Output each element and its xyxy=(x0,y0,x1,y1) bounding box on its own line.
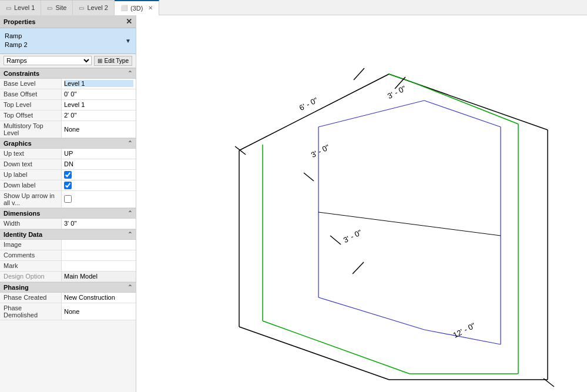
property-label: Show Up arrow in all v... xyxy=(0,191,62,207)
table-row: Image xyxy=(0,240,136,250)
svg-line-10 xyxy=(389,74,410,81)
property-label: Top Offset xyxy=(0,110,62,120)
property-label: Image xyxy=(0,240,62,250)
svg-line-30 xyxy=(239,74,389,150)
svg-text:6' - 0": 6' - 0" xyxy=(298,96,320,113)
svg-line-12 xyxy=(318,100,424,127)
property-label: Up label xyxy=(0,170,62,180)
table-row: Phase DemolishedNone xyxy=(0,303,136,320)
table-row: Base Offset0' 0" xyxy=(0,89,136,100)
table-row: Comments xyxy=(0,250,136,261)
section-header-dimensions[interactable]: Dimensions⌃ xyxy=(0,208,136,219)
svg-line-31 xyxy=(318,212,501,236)
collapse-icon[interactable]: ⌃ xyxy=(128,70,132,76)
canvas-viewport[interactable]: 6' - 0" 3' - 0" 3' - 0" 3' - 0" 12' - 0" xyxy=(136,15,587,392)
property-value xyxy=(62,250,136,260)
property-value xyxy=(62,261,136,271)
property-label: Top Level xyxy=(0,100,62,110)
property-value[interactable] xyxy=(62,170,136,180)
panel-title: Properties xyxy=(4,18,35,25)
tab-close-button[interactable]: ✕ xyxy=(148,5,153,11)
collapse-icon[interactable]: ⌃ xyxy=(128,140,132,146)
floor-plan-icon-level2: ▭ xyxy=(79,5,84,11)
property-label: Base Offset xyxy=(0,89,62,99)
property-value: 0' 0" xyxy=(62,89,136,99)
svg-line-21 xyxy=(304,173,314,181)
type-name: Ramp Ramp 2 xyxy=(5,32,28,50)
table-row: Show Up arrow in all v... xyxy=(0,191,136,208)
property-label: Down label xyxy=(0,180,62,190)
table-row: Down label xyxy=(0,180,136,191)
property-value: Level 1 xyxy=(62,100,136,110)
edit-type-button[interactable]: ⊞ Edit Type xyxy=(94,56,132,66)
table-row: Multistory Top LevelNone xyxy=(0,121,136,138)
table-row: Up textUP xyxy=(0,149,136,159)
property-label: Down text xyxy=(0,159,62,169)
property-label: Width xyxy=(0,219,62,229)
tab-level1[interactable]: ▭ Level 1 xyxy=(0,0,41,15)
property-checkbox[interactable] xyxy=(64,182,72,189)
tab-level2[interactable]: ▭ Level 2 xyxy=(73,0,114,15)
property-label: Up text xyxy=(0,149,62,159)
svg-line-4 xyxy=(239,327,389,380)
section-header-phasing[interactable]: Phasing⌃ xyxy=(0,282,136,293)
property-value[interactable] xyxy=(62,79,136,89)
type-dropdown-arrow[interactable]: ▼ xyxy=(125,38,131,44)
svg-line-13 xyxy=(424,100,501,127)
property-label: Phase Created xyxy=(0,293,62,303)
property-checkbox[interactable] xyxy=(64,195,72,203)
svg-line-18 xyxy=(354,68,364,80)
tab-bar: ▭ Level 1 ▭ Site ▭ Level 2 ⬜ (3D) ✕ xyxy=(0,0,587,15)
table-row: Top LevelLevel 1 xyxy=(0,100,136,110)
property-value: 2' 0" xyxy=(62,110,136,120)
table-row: Design OptionMain Model xyxy=(0,272,136,282)
tab-3d[interactable]: ⬜ (3D) ✕ xyxy=(115,0,159,15)
property-input[interactable] xyxy=(64,80,133,87)
table-row: Base Level xyxy=(0,79,136,89)
property-value: 3' 0" xyxy=(62,219,136,229)
property-value[interactable] xyxy=(62,191,136,207)
svg-line-16 xyxy=(318,297,424,330)
collapse-icon[interactable]: ⌃ xyxy=(128,231,132,237)
svg-line-23 xyxy=(353,262,364,274)
property-value: UP xyxy=(62,149,136,159)
svg-line-24 xyxy=(544,378,554,387)
table-row: Top Offset2' 0" xyxy=(0,110,136,121)
table-row: Phase CreatedNew Construction xyxy=(0,293,136,303)
property-label: Design Option xyxy=(0,272,62,282)
3d-view-svg: 6' - 0" 3' - 0" 3' - 0" 3' - 0" 12' - 0" xyxy=(136,15,587,392)
property-label: Phase Demolished xyxy=(0,303,62,320)
collapse-icon[interactable]: ⌃ xyxy=(128,210,132,216)
table-row: Up label xyxy=(0,170,136,180)
type-selector[interactable]: Ramp Ramp 2 ▼ xyxy=(0,28,136,54)
property-label: Comments xyxy=(0,250,62,260)
collapse-icon[interactable]: ⌃ xyxy=(128,284,132,290)
floor-plan-icon-site: ▭ xyxy=(47,5,52,11)
property-value xyxy=(62,240,136,250)
property-label: Multistory Top Level xyxy=(0,121,62,138)
section-header-identity-data[interactable]: Identity Data⌃ xyxy=(0,229,136,240)
panel-header: Properties ✕ xyxy=(0,15,136,28)
selector-row: Ramps ⊞ Edit Type xyxy=(0,54,136,68)
section-header-constraints[interactable]: Constraints⌃ xyxy=(0,68,136,79)
property-value: New Construction xyxy=(62,293,136,303)
panel-close-button[interactable]: ✕ xyxy=(126,17,132,26)
table-row: Down textDN xyxy=(0,159,136,170)
svg-line-7 xyxy=(410,81,518,124)
property-value: None xyxy=(62,121,136,138)
svg-text:3' - 0": 3' - 0" xyxy=(342,228,364,245)
property-value: Main Model xyxy=(62,272,136,282)
property-value[interactable] xyxy=(62,180,136,190)
edit-type-icon: ⊞ xyxy=(98,58,102,64)
section-header-graphics[interactable]: Graphics⌃ xyxy=(0,138,136,149)
table-row: Width3' 0" xyxy=(0,219,136,229)
property-checkbox[interactable] xyxy=(64,171,72,179)
floor-plan-icon: ▭ xyxy=(6,5,11,11)
property-label: Mark xyxy=(0,261,62,271)
property-value: DN xyxy=(62,159,136,169)
ramps-selector[interactable]: Ramps xyxy=(4,56,92,65)
svg-text:12' - 0": 12' - 0" xyxy=(452,321,477,340)
tab-site[interactable]: ▭ Site xyxy=(41,0,73,15)
property-label: Base Level xyxy=(0,79,62,89)
sections-container: Constraints⌃Base LevelBase Offset0' 0"To… xyxy=(0,68,136,320)
